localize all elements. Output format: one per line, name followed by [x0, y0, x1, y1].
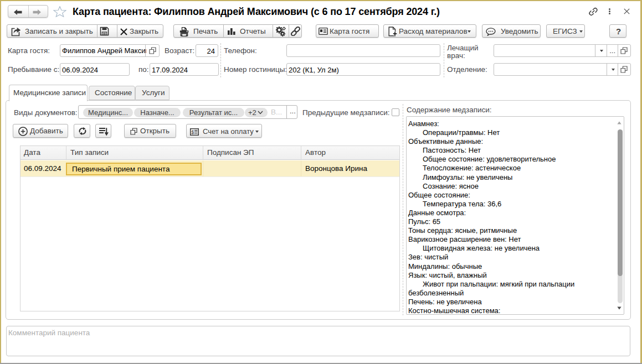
svg-text:$: $	[191, 129, 194, 135]
